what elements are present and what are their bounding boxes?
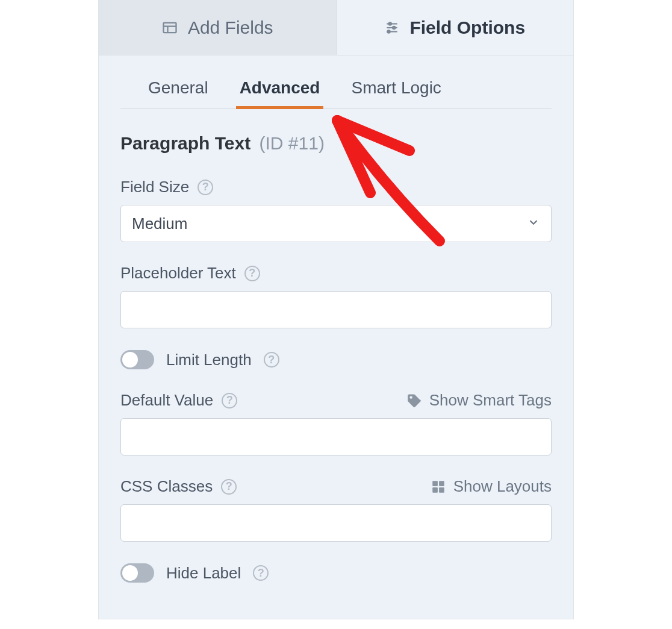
css-classes-label: CSS Classes <box>120 477 213 496</box>
top-tabs: Add Fields Field Options <box>99 0 573 55</box>
tab-field-options-label: Field Options <box>409 17 525 38</box>
field-size-label: Field Size <box>120 178 189 196</box>
field-type-name: Paragraph Text <box>120 133 250 153</box>
show-layouts-link[interactable]: Show Layouts <box>431 477 552 496</box>
subtab-general[interactable]: General <box>145 72 212 108</box>
field-size-select[interactable]: Medium <box>120 205 552 242</box>
field-size-value: Medium <box>132 214 187 233</box>
row-css-classes: CSS Classes ? Show Layouts <box>120 477 552 542</box>
hide-label-label: Hide Label <box>166 564 241 583</box>
help-icon[interactable]: ? <box>198 180 213 195</box>
show-layouts-label: Show Layouts <box>453 477 552 496</box>
placeholder-text-input[interactable] <box>120 291 552 328</box>
limit-length-toggle[interactable] <box>120 350 154 369</box>
subtab-advanced[interactable]: Advanced <box>236 72 324 108</box>
svg-point-4 <box>389 22 391 25</box>
tab-add-fields-label: Add Fields <box>188 17 273 38</box>
default-value-label: Default Value <box>120 391 213 410</box>
help-icon[interactable]: ? <box>244 266 260 281</box>
help-icon[interactable]: ? <box>222 393 237 408</box>
sub-tabs: General Advanced Smart Logic <box>120 55 552 109</box>
default-value-input[interactable] <box>120 418 552 455</box>
sliders-icon <box>384 20 400 36</box>
svg-point-6 <box>393 26 395 28</box>
show-smart-tags-label: Show Smart Tags <box>429 391 552 410</box>
subtab-smart-logic[interactable]: Smart Logic <box>347 72 444 108</box>
tab-field-options[interactable]: Field Options <box>337 0 574 55</box>
help-icon[interactable]: ? <box>264 352 279 368</box>
advanced-settings-content: Paragraph Text (ID #11) Field Size ? Med… <box>99 109 573 619</box>
help-icon[interactable]: ? <box>221 479 237 495</box>
row-hide-label: Hide Label ? <box>120 563 552 583</box>
row-limit-length: Limit Length ? <box>120 350 552 369</box>
grid-icon <box>431 479 446 495</box>
svg-rect-11 <box>432 487 438 493</box>
row-field-size: Field Size ? Medium <box>120 178 552 242</box>
form-fields-icon <box>161 19 178 36</box>
chevron-down-icon <box>527 214 540 233</box>
hide-label-toggle[interactable] <box>120 563 154 583</box>
subtab-smart-logic-label: Smart Logic <box>351 78 441 97</box>
svg-point-8 <box>388 30 390 33</box>
svg-rect-9 <box>432 481 438 486</box>
row-default-value: Default Value ? Show Smart Tags <box>120 391 552 455</box>
field-title: Paragraph Text (ID #11) <box>120 133 552 154</box>
tab-add-fields[interactable]: Add Fields <box>99 0 337 55</box>
help-icon[interactable]: ? <box>253 565 269 581</box>
row-placeholder-text: Placeholder Text ? <box>120 264 552 328</box>
svg-rect-0 <box>163 22 176 32</box>
svg-rect-12 <box>439 487 444 493</box>
field-id-label: (ID #11) <box>260 133 325 153</box>
show-smart-tags-link[interactable]: Show Smart Tags <box>406 391 552 410</box>
placeholder-text-label: Placeholder Text <box>120 264 236 283</box>
field-options-panel: Add Fields Field Options General Advance… <box>98 0 574 619</box>
limit-length-label: Limit Length <box>166 351 252 369</box>
css-classes-input[interactable] <box>120 504 552 542</box>
subtab-advanced-label: Advanced <box>240 78 320 97</box>
tag-icon <box>406 393 422 408</box>
subtab-general-label: General <box>148 78 208 97</box>
svg-rect-10 <box>439 481 444 486</box>
